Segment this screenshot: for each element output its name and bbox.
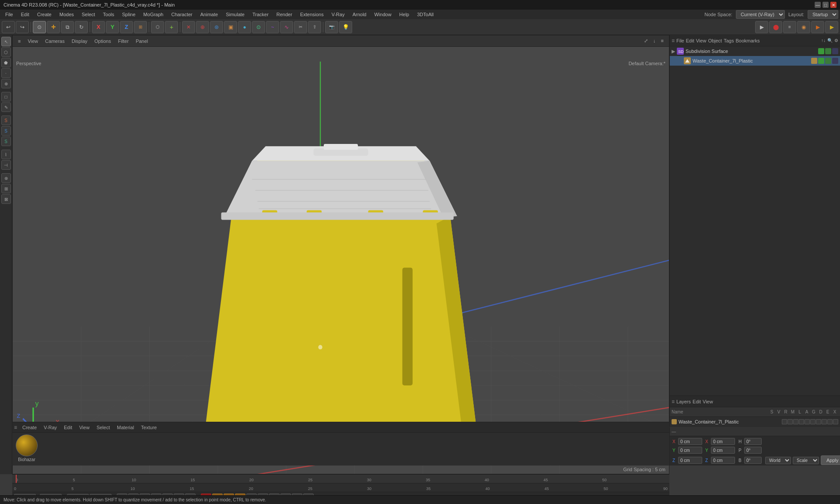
coord-z2-input[interactable]	[711, 457, 735, 464]
tool-box-select[interactable]: □	[1, 92, 11, 102]
close-button[interactable]: ✕	[830, 2, 836, 8]
menu-spline[interactable]: Spline	[119, 11, 139, 18]
material-menu-select[interactable]: Select	[95, 424, 112, 431]
toolbar-undo[interactable]: ↩	[2, 21, 15, 33]
tool-polygon[interactable]: ⬡	[1, 47, 11, 57]
tree-expand-subdivision[interactable]: ▶	[672, 49, 675, 54]
menu-animate[interactable]: Animate	[197, 11, 221, 18]
viewport-menu-display[interactable]: Display	[70, 38, 89, 45]
menu-create[interactable]: Create	[34, 11, 55, 18]
toolbar-render-active[interactable]: ▶	[825, 21, 838, 33]
tree-lock-btn[interactable]	[832, 48, 838, 54]
menu-window[interactable]: Window	[371, 11, 395, 18]
material-menu-texture[interactable]: Texture	[139, 424, 158, 431]
coord-x2-input[interactable]	[711, 438, 735, 445]
material-biohazar[interactable]: Biohazar	[16, 434, 38, 462]
right-panel-menu-bookmarks[interactable]: Bookmarks	[735, 38, 760, 43]
titlebar-controls[interactable]: — □ ✕	[815, 2, 836, 8]
layer-ctrl-e[interactable]	[827, 419, 833, 424]
menu-character[interactable]: Character	[168, 11, 196, 18]
right-panel-menu-object[interactable]: Object	[708, 38, 722, 43]
menu-file[interactable]: File	[2, 11, 17, 18]
tool-pen[interactable]: ✎	[1, 102, 11, 112]
coord-x-input[interactable]	[678, 438, 702, 445]
minimize-button[interactable]: —	[815, 2, 821, 8]
coord-z-input[interactable]	[678, 457, 702, 464]
coord-p-input[interactable]	[744, 447, 762, 454]
toolbar-select[interactable]: ⊙	[33, 21, 46, 33]
viewport-menu-toggle[interactable]: ≡	[16, 38, 22, 45]
menu-vray[interactable]: V-Ray	[328, 11, 348, 18]
viewport-menu-cameras[interactable]: Cameras	[43, 38, 66, 45]
layer-ctrl-x[interactable]	[833, 419, 838, 424]
right-panel-menu-edit[interactable]: Edit	[686, 38, 694, 43]
tree-visibility-btn[interactable]	[818, 48, 824, 54]
tool-pointer[interactable]: ↖	[1, 37, 11, 46]
toolbar-null[interactable]: ✕	[182, 21, 195, 33]
coord-h-input[interactable]	[744, 438, 762, 445]
menu-tracker[interactable]: Tracker	[249, 11, 272, 18]
menu-help[interactable]: Help	[396, 11, 413, 18]
toolbar-object-mode[interactable]: ⬡	[151, 21, 164, 33]
toolbar-camera[interactable]: 📷	[325, 21, 338, 33]
material-menu-toggle[interactable]: ≡	[14, 424, 17, 430]
menu-render[interactable]: Render	[273, 11, 296, 18]
coord-y-input[interactable]	[678, 447, 702, 454]
toolbar-light[interactable]: 💡	[339, 21, 352, 33]
layer-ctrl-a[interactable]	[810, 419, 816, 424]
scene-view[interactable]: Perspective Default Camera:* Grid Spacin…	[13, 47, 669, 474]
toolbar-axis-world[interactable]: ⊞	[134, 21, 147, 33]
viewport-menu-view[interactable]: View	[26, 38, 40, 45]
layer-ctrl-g[interactable]	[816, 419, 821, 424]
timeline-ruler[interactable]: 0 5 10 15 20 25 30 35 40 45 50	[12, 475, 669, 483]
tool-snap[interactable]: ⊠	[1, 194, 11, 204]
toolbar-extrude[interactable]: ⇧	[308, 21, 321, 33]
layer-ctrl-m[interactable]	[799, 419, 804, 424]
menu-extensions[interactable]: Extensions	[297, 11, 327, 18]
timeline-cursor[interactable]	[16, 475, 17, 483]
toolbar-rotate[interactable]: ↻	[75, 21, 88, 33]
toolbar-add[interactable]: +	[165, 21, 178, 33]
tool-live-select[interactable]: ⊕	[1, 79, 11, 88]
material-biohazar-thumb[interactable]	[16, 434, 38, 456]
maximize-button[interactable]: □	[822, 2, 829, 8]
menu-3dtoall[interactable]: 3DToAll	[413, 11, 437, 18]
viewport-ctrl-3[interactable]: ≡	[659, 37, 665, 45]
toolbar-sphere[interactable]: ●	[238, 21, 251, 33]
material-menu-vray[interactable]: V-Ray	[42, 424, 59, 431]
toolbar-spline1[interactable]: ~	[266, 21, 279, 33]
right-panel-settings-icon[interactable]: ⚙	[834, 38, 838, 43]
coord-transform-select[interactable]: Scale Move Rotate	[793, 457, 819, 464]
right-panel-sort-icon[interactable]: ↑↓	[821, 38, 826, 43]
apply-button[interactable]: Apply	[821, 455, 840, 465]
tree-render-btn[interactable]	[825, 48, 831, 54]
viewport-menu-panel[interactable]: Panel	[134, 38, 150, 45]
tool-point[interactable]: ·	[1, 68, 11, 78]
menu-simulate[interactable]: Simulate	[222, 11, 248, 18]
toolbar-redo[interactable]: ↪	[16, 21, 29, 33]
toolbar-move[interactable]: ✛	[47, 21, 60, 33]
menu-arnold[interactable]: Arnold	[349, 11, 370, 18]
toolbar-record[interactable]: ⬤	[769, 21, 782, 33]
menu-mograph[interactable]: MoGraph	[140, 11, 167, 18]
layer-ctrl-v[interactable]	[788, 419, 793, 424]
layers-menu-view[interactable]: View	[703, 399, 713, 404]
right-panel-search-icon[interactable]: 🔍	[827, 38, 833, 43]
layers-menu-layers[interactable]: Layers	[676, 399, 691, 404]
layer-ctrl-r[interactable]	[793, 419, 798, 424]
toolbar-render[interactable]: ▶	[811, 21, 824, 33]
toolbar-cylinder[interactable]: ⊙	[252, 21, 265, 33]
menu-modes[interactable]: Modes	[56, 11, 77, 18]
toolbar-axis-x[interactable]: X	[92, 21, 105, 33]
coord-y2-input[interactable]	[711, 447, 735, 454]
layout-select[interactable]: Startup	[808, 10, 838, 19]
toolbar-timeline[interactable]: ≡	[783, 21, 796, 33]
viewport[interactable]: ≡ View Cameras Display Options Filter Pa…	[12, 35, 669, 474]
layer-ctrl-d[interactable]	[822, 419, 827, 424]
toolbar-spline2[interactable]: ∿	[280, 21, 293, 33]
tree-item-container[interactable]: ▶ Waste_Container_7l_Plastic	[670, 56, 840, 66]
tree-material-swatch[interactable]	[811, 58, 817, 64]
material-menu-create[interactable]: Create	[21, 424, 38, 431]
tool-magnet[interactable]: ⊛	[1, 173, 11, 183]
coord-system-select[interactable]: World Local Object	[765, 457, 791, 464]
